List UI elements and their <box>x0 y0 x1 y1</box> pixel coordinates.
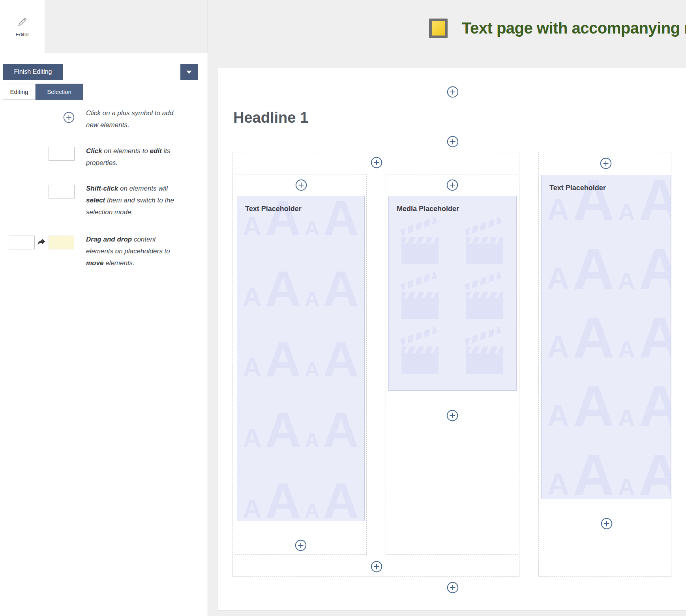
column-middle: Media Placeholder <box>386 174 518 555</box>
page-type-icon <box>429 19 448 38</box>
clapperboard-icon <box>401 223 440 264</box>
plus-circle-icon <box>447 582 459 594</box>
plus-circle-icon <box>600 157 612 169</box>
forward-arrow-icon <box>36 237 47 247</box>
text-placeholder-label: Text Placeholder <box>549 184 606 192</box>
text-placeholder-label: Text Placeholder <box>245 205 302 213</box>
element-box-icon <box>49 147 75 161</box>
column-right: Text Placeholder AAAA AAAA AAAA AAAA AAA… <box>538 152 671 577</box>
element-box-icon <box>49 185 75 198</box>
editor-tab-label: Editor <box>16 32 29 37</box>
media-placeholder-label: Media Placeholder <box>397 205 459 213</box>
sidebar-topbar: Editor <box>0 0 208 53</box>
add-element-button[interactable] <box>371 157 382 169</box>
instruction-shift-click: Shift-click on elements will select them… <box>86 183 180 218</box>
headline: Headline 1 <box>233 109 308 126</box>
finish-editing-button[interactable]: Finish Editing <box>3 64 63 80</box>
add-element-button[interactable] <box>447 136 459 148</box>
media-placeholder[interactable]: Media Placeholder <box>388 196 517 391</box>
add-element-button[interactable] <box>295 539 307 551</box>
plus-circle-icon <box>371 561 382 573</box>
tab-editor[interactable]: Editor <box>0 0 45 53</box>
row-drop-container: Text Placeholder AAAA AAAA AAAA AAAA AAA… <box>232 152 519 577</box>
add-element-button[interactable] <box>446 179 458 191</box>
main-area: Text page with accompanying media Headli… <box>208 0 686 616</box>
clapperboard-icon <box>401 277 440 319</box>
drag-source-box-icon <box>9 236 35 249</box>
add-element-button[interactable] <box>371 561 382 573</box>
add-element-button[interactable] <box>447 86 459 98</box>
column-left: Text Placeholder AAAA AAAA AAAA AAAA AAA… <box>235 174 367 555</box>
instruction-add-elements: Click on a plus symbol to add new elemen… <box>86 107 180 131</box>
clapperboard-icon <box>401 332 440 374</box>
instruction-click-edit: Click on elements to edit its properties… <box>86 145 180 169</box>
add-element-button[interactable] <box>447 582 459 594</box>
tab-editing[interactable]: Editing <box>3 84 36 100</box>
clapperboard-icon <box>465 277 504 319</box>
mode-tabs: Editing Selection <box>3 84 83 100</box>
clapperboard-icon <box>465 223 504 264</box>
plus-circle-icon <box>295 179 307 191</box>
add-element-button[interactable] <box>295 179 307 191</box>
plus-circle-icon <box>63 112 75 123</box>
tab-selection[interactable]: Selection <box>36 84 83 100</box>
drop-target-box-icon <box>49 236 74 249</box>
text-placeholder[interactable]: Text Placeholder AAAA AAAA AAAA AAAA AAA… <box>541 175 671 499</box>
text-watermark: AAAA AAAA AAAA AAAA AAAA <box>237 196 364 521</box>
page-title: Text page with accompanying media <box>462 18 686 38</box>
plus-circle-icon <box>295 539 307 551</box>
add-element-button[interactable] <box>446 410 458 421</box>
clapperboard-icon <box>465 332 504 374</box>
add-element-button[interactable] <box>600 157 612 169</box>
plus-circle-icon <box>601 518 613 530</box>
media-watermark <box>389 196 516 390</box>
plus-circle-icon <box>447 86 459 98</box>
caret-down-icon <box>186 71 192 74</box>
plus-circle-icon <box>446 179 458 191</box>
sidebar: Editor Finish Editing Editing Selection … <box>0 0 208 616</box>
app-window: Editor Finish Editing Editing Selection … <box>0 0 686 616</box>
text-watermark: AAAA AAAA AAAA AAAA AAAA <box>542 175 671 499</box>
add-element-button[interactable] <box>601 518 613 530</box>
plus-circle-icon <box>447 136 459 148</box>
instruction-drag-drop: Drag and drop content elements on placeh… <box>86 234 176 269</box>
plus-circle-icon <box>446 410 458 421</box>
plus-circle-icon <box>371 157 382 169</box>
editing-canvas: Headline 1 Text Placeholder <box>217 68 686 610</box>
editing-options-dropdown-button[interactable] <box>180 64 198 80</box>
pencil-icon <box>17 16 28 28</box>
text-placeholder[interactable]: Text Placeholder AAAA AAAA AAAA AAAA AAA… <box>237 196 365 521</box>
